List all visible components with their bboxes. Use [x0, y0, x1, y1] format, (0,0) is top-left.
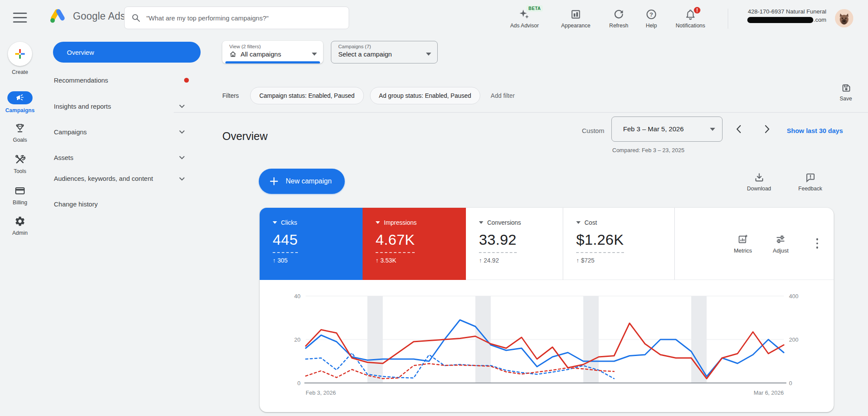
- add-filter-button[interactable]: Add filter: [491, 92, 515, 99]
- svg-text:?: ?: [650, 11, 653, 18]
- download-button[interactable]: Download: [739, 172, 779, 192]
- save-button[interactable]: Save: [833, 83, 859, 102]
- metric-delta: ↑ 305: [273, 257, 363, 264]
- account-info[interactable]: 428-170-6937 Natural Funeral .com: [747, 8, 826, 24]
- date-range-dropdown[interactable]: Feb 3 – Mar 5, 2026: [611, 116, 723, 142]
- dropdown-arrow-icon: [426, 53, 431, 56]
- rail-item-admin[interactable]: Admin: [0, 216, 40, 236]
- subnav-item-change-history[interactable]: Change history: [54, 200, 200, 208]
- product-name: Google Ads: [73, 10, 125, 22]
- save-icon: [841, 83, 851, 93]
- svg-text:400: 400: [789, 293, 799, 300]
- metric-value: 33.92: [479, 231, 517, 253]
- date-mode-label: Custom: [582, 127, 604, 134]
- appearance-icon: [570, 9, 581, 20]
- metric-value: 445: [273, 231, 298, 253]
- svg-text:Mar 6, 2026: Mar 6, 2026: [754, 389, 784, 396]
- scorecard-clicks[interactable]: Clicks 445 ↑ 305: [260, 208, 363, 280]
- account-id: 428-170-6937 Natural Funeral: [747, 8, 826, 16]
- refresh-button[interactable]: Refresh: [600, 5, 637, 29]
- performance-trend-chart[interactable]: 020400200400Feb 3, 2026Mar 6, 2026: [260, 280, 834, 412]
- ads-advisor-button[interactable]: BETA Ads Advisor: [498, 5, 551, 29]
- account-email: .com: [747, 16, 826, 24]
- metric-value: $1.26K: [576, 231, 624, 253]
- chevron-left-icon: [736, 125, 741, 133]
- overview-chart-card: Clicks 445 ↑ 305 Impressions 4.67K ↑ 3.5…: [260, 208, 834, 412]
- filter-chip-ad-group-status[interactable]: Ad group status: Enabled, Paused: [370, 87, 480, 104]
- active-view-indicator: [225, 61, 320, 63]
- create-button[interactable]: Create: [0, 42, 40, 75]
- notifications-button[interactable]: ! Notifications: [665, 5, 716, 29]
- adjust-button[interactable]: Adjust: [773, 234, 789, 254]
- topbar-actions: BETA Ads Advisor Appearance: [498, 5, 716, 29]
- previous-period-button[interactable]: [730, 121, 747, 137]
- google-ads-triangle-icon: [49, 8, 67, 24]
- tools-icon: [14, 154, 26, 165]
- beta-badge: BETA: [526, 5, 543, 12]
- google-ads-logo[interactable]: Google Ads: [49, 8, 125, 24]
- svg-text:40: 40: [294, 293, 300, 300]
- help-icon: ?: [646, 9, 657, 20]
- avatar-dog-photo: [835, 9, 853, 27]
- scorecard-impressions[interactable]: Impressions 4.67K ↑ 3.53K: [363, 208, 466, 280]
- rail-item-billing[interactable]: Billing: [0, 185, 40, 206]
- search-input[interactable]: [145, 14, 342, 22]
- filters-label: Filters: [222, 92, 239, 99]
- svg-text:0: 0: [297, 380, 300, 386]
- appearance-button[interactable]: Appearance: [551, 5, 600, 29]
- subnav-item-recommendations[interactable]: Recommendations: [54, 77, 200, 84]
- filter-chip-campaign-status[interactable]: Campaign status: Enabled, Paused: [250, 87, 363, 104]
- credit-card-icon: [14, 185, 26, 196]
- chevron-down-icon: [179, 104, 185, 108]
- gear-icon: [14, 216, 26, 227]
- feedback-button[interactable]: Feedback: [788, 172, 833, 192]
- subnav-item-overview[interactable]: Overview: [53, 42, 201, 63]
- top-app-bar: Google Ads BETA Ads Advisor: [0, 0, 868, 37]
- more-options-kebab-icon[interactable]: [812, 235, 822, 252]
- home-icon: [229, 50, 237, 58]
- compared-period-label: Compared: Feb 3 – 23, 2025: [612, 147, 684, 153]
- chart-controls: Metrics Adjust: [674, 208, 834, 280]
- subnav-item-campaigns[interactable]: Campaigns: [54, 128, 200, 136]
- rail-item-tools[interactable]: Tools: [0, 154, 40, 174]
- page-title: Overview: [222, 130, 267, 143]
- recommendations-alert-dot: [184, 78, 189, 83]
- metric-dropdown-arrow-icon: [479, 221, 483, 224]
- plus-icon: [269, 176, 279, 186]
- refresh-icon: [613, 9, 624, 20]
- chevron-down-icon: [179, 177, 185, 181]
- google-ads-app: Google Ads BETA Ads Advisor: [0, 0, 868, 416]
- dropdown-arrow-icon: [710, 128, 715, 131]
- redacted-email: [747, 17, 813, 23]
- left-nav-rail: Create Campaigns Goa: [0, 37, 40, 416]
- chevron-down-icon: [179, 156, 185, 160]
- metric-delta: ↑ $725: [576, 257, 674, 264]
- search-box[interactable]: [124, 7, 349, 29]
- chevron-down-icon: [179, 130, 185, 134]
- scorecard-conversions[interactable]: Conversions 33.92 ↑ 24.92: [466, 208, 563, 280]
- topbar-divider: [728, 9, 728, 29]
- hamburger-menu-icon[interactable]: [13, 13, 27, 24]
- metrics-button[interactable]: Metrics: [734, 234, 752, 254]
- rail-item-goals[interactable]: Goals: [0, 123, 40, 143]
- view-dropdown[interactable]: View (2 filters) All campaigns: [222, 41, 323, 63]
- megaphone-icon: [16, 94, 24, 102]
- show-last-30-days-link[interactable]: Show last 30 days: [787, 127, 843, 134]
- help-button[interactable]: ? Help: [637, 5, 665, 29]
- search-icon: [132, 13, 140, 22]
- next-period-button[interactable]: [759, 121, 776, 137]
- svg-text:20: 20: [294, 336, 300, 343]
- feedback-icon: [805, 172, 816, 183]
- svg-text:200: 200: [789, 336, 799, 343]
- metrics-icon: [737, 234, 748, 245]
- notification-badge: !: [693, 6, 701, 14]
- subnav-item-audiences-keywords-content[interactable]: Audiences, keywords, and content: [54, 174, 200, 183]
- scorecard-cost[interactable]: Cost $1.26K ↑ $725: [563, 208, 674, 280]
- campaign-select-dropdown[interactable]: Campaigns (7) Select a campaign: [331, 41, 438, 63]
- rail-item-campaigns[interactable]: Campaigns: [0, 91, 40, 113]
- subnav-item-insights-and-reports[interactable]: Insights and reports: [54, 103, 200, 110]
- subnav-item-assets[interactable]: Assets: [54, 154, 200, 161]
- avatar[interactable]: [835, 9, 853, 27]
- metric-delta: ↑ 24.92: [479, 257, 563, 264]
- new-campaign-button[interactable]: New campaign: [259, 169, 345, 194]
